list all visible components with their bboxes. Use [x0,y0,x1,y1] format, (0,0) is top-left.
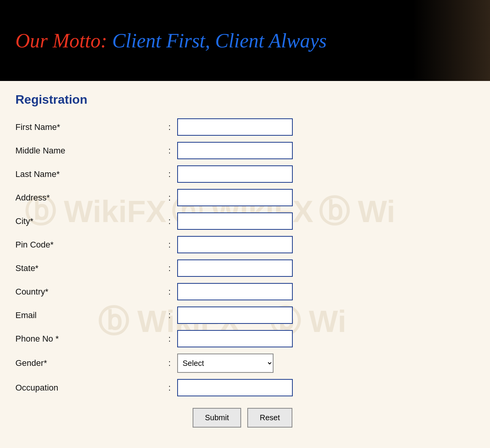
state-input[interactable] [177,259,293,277]
gender-label: Gender* [15,358,162,368]
first-name-colon: : [162,122,177,132]
middle-name-label: Middle Name [15,146,162,156]
middle-name-row: Middle Name : [15,142,475,159]
address-row: Address* : [15,189,475,206]
phone-input[interactable] [177,330,293,347]
email-row: Email : [15,307,475,324]
motto-our: Our Motto: [15,30,107,52]
email-input[interactable] [177,307,293,324]
address-colon: : [162,193,177,203]
phone-row: Phone No * : [15,330,475,347]
first-name-input[interactable] [177,118,293,136]
submit-button[interactable]: Submit [193,408,241,428]
state-row: State* : [15,259,475,277]
email-label: Email [15,310,162,320]
header-overlay [413,0,490,81]
country-colon: : [162,287,177,297]
pin-code-input[interactable] [177,236,293,253]
first-name-row: First Name* : [15,118,475,136]
page-title: Registration [15,93,475,107]
content-area: ⓑ WikiFX ⓑ WikiFX ⓑ Wi ⓑ WikiFX ⓑ Wi Reg… [0,81,490,448]
gender-row: Gender* : Select Male Female Other [15,354,475,373]
registration-form: First Name* : Middle Name : Last Name* :… [15,118,475,428]
city-row: City* : [15,212,475,230]
button-row: Submit Reset [193,408,475,428]
address-label: Address* [15,193,162,203]
header: Our Motto: Client First, Client Always [0,0,490,81]
pin-code-row: Pin Code* : [15,236,475,253]
occupation-label: Occupation [15,383,162,393]
country-label: Country* [15,287,162,297]
first-name-label: First Name* [15,122,162,132]
occupation-row: Occupation : [15,379,475,396]
last-name-label: Last Name* [15,169,162,179]
last-name-input[interactable] [177,165,293,183]
email-colon: : [162,310,177,320]
middle-name-colon: : [162,146,177,156]
phone-colon: : [162,334,177,344]
pin-code-colon: : [162,240,177,250]
middle-name-input[interactable] [177,142,293,159]
city-input[interactable] [177,212,293,230]
motto-client-text: Client First, Client Always [112,30,327,52]
last-name-colon: : [162,169,177,179]
occupation-colon: : [162,383,177,393]
city-colon: : [162,216,177,226]
last-name-row: Last Name* : [15,165,475,183]
country-input[interactable] [177,283,293,300]
occupation-input[interactable] [177,379,293,396]
country-row: Country* : [15,283,475,300]
reset-button[interactable]: Reset [247,408,292,428]
gender-select[interactable]: Select Male Female Other [177,354,274,373]
gender-colon: : [162,358,177,368]
motto: Our Motto: Client First, Client Always [15,29,327,52]
state-colon: : [162,263,177,273]
city-label: City* [15,216,162,226]
pin-code-label: Pin Code* [15,240,162,250]
state-label: State* [15,263,162,273]
address-input[interactable] [177,189,293,206]
phone-label: Phone No * [15,334,162,344]
